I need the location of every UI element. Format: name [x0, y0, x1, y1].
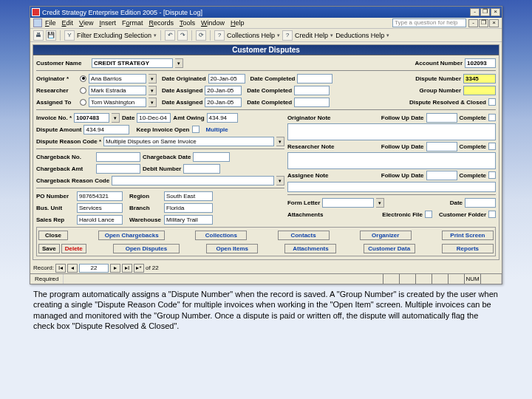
- open-items-button[interactable]: Open Items: [206, 244, 258, 253]
- electronic-file-checkbox[interactable]: [425, 211, 432, 218]
- form-letter-field[interactable]: [322, 198, 374, 208]
- date-originated-field[interactable]: 20-Jan-05: [208, 74, 245, 83]
- menu-edit[interactable]: Edit: [62, 19, 74, 27]
- researcher-dropdown-icon[interactable]: ▾: [149, 86, 157, 95]
- date-completed-field-1[interactable]: [297, 74, 332, 83]
- chargeback-reason-dropdown-icon[interactable]: ▾: [276, 176, 284, 185]
- group-number-field[interactable]: [463, 86, 496, 95]
- assignee-note-textarea[interactable]: [287, 182, 496, 192]
- menu-file[interactable]: FFileile: [45, 19, 56, 27]
- date-assigned-field-1[interactable]: 20-Jan-05: [205, 86, 242, 95]
- menu-records[interactable]: Records: [149, 19, 174, 27]
- researcher-field[interactable]: Mark Estrada: [89, 86, 146, 95]
- warehouse-field[interactable]: Military Trail: [164, 215, 213, 225]
- close-window-button[interactable]: ×: [491, 8, 500, 16]
- originator-dropdown-icon[interactable]: ▾: [149, 74, 157, 83]
- customer-data-button[interactable]: Customer Data: [364, 244, 415, 253]
- keep-invoice-open-checkbox[interactable]: [192, 126, 200, 133]
- menu-view[interactable]: View: [79, 19, 93, 27]
- print-icon[interactable]: 🖶: [33, 30, 44, 41]
- reports-button[interactable]: Reports: [442, 244, 494, 253]
- collections-button[interactable]: Collections: [195, 231, 247, 240]
- chargeback-amt-field[interactable]: [96, 164, 140, 174]
- originator-radio[interactable]: [80, 75, 86, 82]
- invoice-no-field[interactable]: 1007483: [74, 113, 109, 123]
- menu-format[interactable]: Format: [122, 19, 143, 27]
- chargeback-reason-field[interactable]: [112, 176, 274, 185]
- save-icon[interactable]: 💾: [46, 30, 56, 41]
- restore-button[interactable]: ❐: [480, 8, 490, 16]
- researcher-radio[interactable]: [80, 87, 86, 94]
- nav-new-button[interactable]: ▸*: [134, 264, 144, 273]
- deductions-dropdown-icon[interactable]: ▾: [386, 33, 389, 38]
- print-screen-button[interactable]: Print Screen: [442, 231, 494, 240]
- researcher-note-textarea[interactable]: [287, 152, 496, 169]
- assigned-radio[interactable]: [80, 99, 86, 106]
- followup-date-field-3[interactable]: [426, 171, 457, 180]
- customer-folder-checkbox[interactable]: [488, 211, 496, 218]
- chargeback-no-field[interactable]: [96, 152, 140, 162]
- menu-help[interactable]: Help: [231, 19, 245, 27]
- nav-last-button[interactable]: ▸I: [122, 264, 132, 273]
- save-button[interactable]: Save: [38, 244, 60, 253]
- undo-icon[interactable]: ↶: [165, 30, 175, 41]
- account-number-field[interactable]: 102093: [465, 58, 496, 68]
- menu-window[interactable]: Window: [201, 19, 225, 27]
- customer-name-field[interactable]: CREDIT STRATEGY: [92, 58, 173, 68]
- collections-help-button[interactable]: Collections Help: [227, 32, 275, 39]
- nav-first-button[interactable]: I◂: [55, 264, 66, 273]
- child-restore-button[interactable]: ❐: [479, 19, 488, 27]
- menu-insert[interactable]: Insert: [99, 19, 116, 27]
- region-field[interactable]: South East: [164, 191, 213, 201]
- credit-dropdown-icon[interactable]: ▾: [330, 33, 333, 38]
- child-minimize-button[interactable]: -: [468, 19, 478, 27]
- close-button[interactable]: Close: [38, 231, 68, 240]
- sales-rep-field[interactable]: Harold Lance: [77, 215, 123, 225]
- dispute-number-field[interactable]: 3345: [463, 74, 496, 83]
- refresh-icon[interactable]: ⟳: [196, 30, 206, 41]
- customer-dropdown-icon[interactable]: ▾: [175, 58, 183, 68]
- dispute-resolved-checkbox[interactable]: [488, 98, 496, 106]
- date-assigned-field-2[interactable]: 20-Jan-05: [205, 98, 242, 107]
- child-close-button[interactable]: ×: [489, 19, 499, 27]
- complete-checkbox-3[interactable]: [488, 171, 496, 179]
- multiple-link[interactable]: Multiple: [206, 126, 228, 133]
- help-search-input[interactable]: Type a question for help: [392, 18, 466, 27]
- credit-help-icon[interactable]: ?: [282, 30, 293, 41]
- complete-checkbox-2[interactable]: [488, 143, 496, 150]
- followup-date-field-1[interactable]: [426, 113, 457, 123]
- redo-icon[interactable]: ↷: [177, 30, 188, 41]
- filter-icon[interactable]: Y: [64, 30, 75, 41]
- assigned-to-field[interactable]: Tom Washington: [89, 98, 146, 107]
- contacts-button[interactable]: Contacts: [278, 231, 330, 240]
- chargeback-date-field[interactable]: [193, 152, 230, 162]
- originator-field[interactable]: Ana Barrios: [89, 74, 146, 83]
- open-chargebacks-button[interactable]: Open Chargebacks: [98, 231, 165, 240]
- delete-button[interactable]: Delete: [61, 244, 86, 253]
- filter-excluding-button[interactable]: Filter Excluding Selection: [77, 32, 151, 39]
- menu-tools[interactable]: Tools: [180, 19, 195, 27]
- organizer-button[interactable]: Organizer: [360, 231, 412, 240]
- bus-unit-field[interactable]: Services: [77, 203, 123, 213]
- dispute-reason-field[interactable]: Multiple Disputes on Same Invoice: [103, 137, 274, 146]
- date-completed-field-3[interactable]: [294, 98, 330, 107]
- nav-prev-button[interactable]: ◂: [67, 264, 78, 273]
- complete-checkbox-1[interactable]: [488, 114, 496, 121]
- help-icon[interactable]: ?: [214, 30, 225, 41]
- deductions-help-button[interactable]: Deductions Help: [335, 32, 384, 39]
- assigned-dropdown-icon[interactable]: ▾: [149, 98, 157, 107]
- dispute-amount-field[interactable]: 434.94: [83, 125, 129, 134]
- filter-dropdown-icon[interactable]: ▾: [154, 33, 157, 38]
- credit-help-button[interactable]: Credit Help: [295, 32, 328, 39]
- branch-field[interactable]: Florida: [164, 203, 213, 213]
- minimize-button[interactable]: -: [470, 8, 480, 16]
- collections-dropdown-icon[interactable]: ▾: [277, 33, 280, 38]
- invoice-date-field[interactable]: 10-Dec-04: [137, 113, 171, 123]
- date-completed-field-2[interactable]: [294, 86, 330, 95]
- form-letter-dropdown-icon[interactable]: ▾: [376, 198, 384, 208]
- po-number-field[interactable]: 987654321: [77, 191, 123, 201]
- invoice-dropdown-icon[interactable]: ▾: [112, 113, 120, 123]
- followup-date-field-2[interactable]: [426, 142, 457, 151]
- attachments-button[interactable]: Attachments: [284, 244, 336, 253]
- form-date-field[interactable]: [465, 198, 496, 208]
